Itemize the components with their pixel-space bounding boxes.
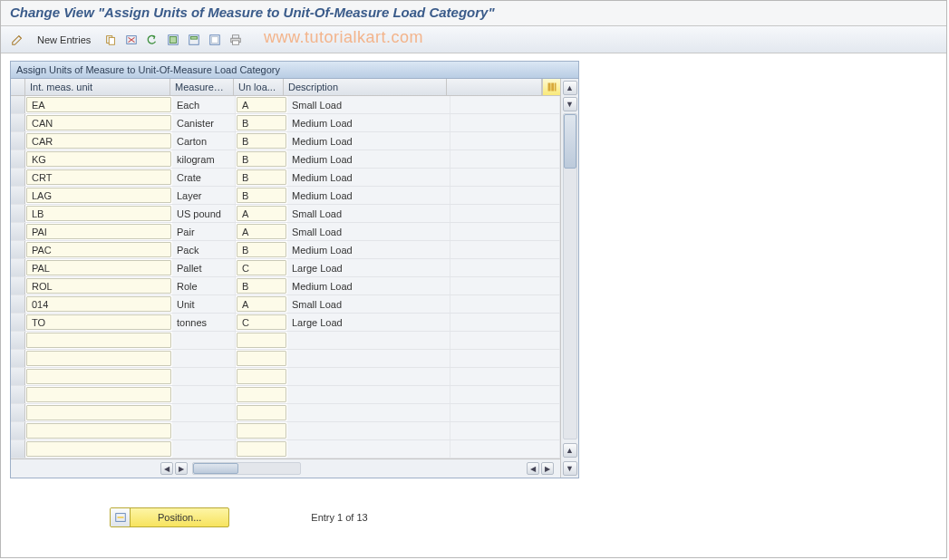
cell-fill: [450, 368, 560, 385]
row-selector[interactable]: [11, 368, 25, 385]
cell-unit[interactable]: [26, 369, 171, 384]
vscroll-down2-button[interactable]: ▼: [563, 461, 577, 476]
cell-unit[interactable]: KG: [26, 151, 171, 167]
row-selector-header[interactable]: [11, 79, 25, 95]
row-selector[interactable]: [11, 259, 25, 276]
column-header-unit[interactable]: Int. meas. unit: [25, 79, 170, 95]
vscroll-up-button[interactable]: ▲: [563, 81, 577, 95]
hscroll-left-button[interactable]: ◀: [160, 462, 173, 475]
cell-load[interactable]: [237, 351, 286, 366]
row-selector[interactable]: [11, 404, 25, 421]
cell-unit[interactable]: [26, 423, 171, 439]
row-selector[interactable]: [11, 332, 25, 349]
cell-unit[interactable]: [26, 405, 171, 420]
cell-unit[interactable]: PAI: [26, 224, 171, 239]
hscroll-left2-button[interactable]: ◀: [527, 462, 539, 475]
vscroll-thumb[interactable]: [564, 114, 576, 169]
row-selector[interactable]: [11, 422, 25, 439]
toggle-display-change-button[interactable]: [8, 31, 26, 49]
hscroll-right-button[interactable]: ▶: [175, 462, 188, 475]
cell-load[interactable]: C: [237, 314, 286, 330]
cell-load[interactable]: A: [237, 97, 286, 112]
cell-unit[interactable]: CRT: [26, 169, 171, 185]
cell-load[interactable]: [237, 441, 286, 457]
select-block-button[interactable]: [185, 31, 203, 49]
cell-load[interactable]: [237, 387, 286, 402]
cell-load[interactable]: [237, 369, 286, 384]
assignment-panel: Assign Units of Measure to Unit-Of-Measu…: [10, 61, 579, 478]
cell-measurement: Each: [172, 96, 236, 113]
cell-measurement: Carton: [172, 132, 236, 150]
cell-load[interactable]: A: [237, 206, 286, 221]
delete-button[interactable]: [122, 31, 140, 49]
column-header-unload[interactable]: Un loa...: [234, 79, 284, 95]
row-selector[interactable]: [11, 314, 25, 331]
cell-unit[interactable]: [26, 351, 171, 366]
cell-load[interactable]: B: [237, 278, 286, 294]
cell-unit[interactable]: [26, 333, 171, 348]
row-selector[interactable]: [11, 150, 25, 168]
cell-load[interactable]: [237, 423, 286, 439]
cell-fill: [450, 314, 560, 331]
cell-load[interactable]: [237, 405, 286, 420]
hscroll-thumb[interactable]: [193, 463, 238, 474]
copy-as-button[interactable]: [102, 31, 120, 49]
cell-load[interactable]: B: [237, 188, 286, 203]
cell-unit[interactable]: CAN: [26, 115, 171, 130]
cell-unit[interactable]: EA: [26, 97, 171, 112]
vscroll-column: ▲ ▼ ▲ ▼: [560, 79, 578, 478]
svg-rect-4: [170, 36, 177, 43]
row-selector[interactable]: [11, 205, 25, 222]
row-selector[interactable]: [11, 223, 25, 240]
svg-rect-1: [110, 37, 115, 44]
cell-description: Small Load: [287, 205, 450, 222]
cell-unit[interactable]: 014: [26, 296, 171, 312]
cell-load[interactable]: C: [237, 260, 286, 275]
row-selector[interactable]: [11, 169, 25, 186]
position-button[interactable]: Position...: [110, 507, 229, 527]
column-header-measurement[interactable]: Measurem...: [170, 79, 234, 95]
row-selector[interactable]: [11, 295, 25, 313]
hscroll-right2-button[interactable]: ▶: [541, 462, 554, 475]
hscroll-track[interactable]: [192, 462, 301, 475]
vscroll-down-button[interactable]: ▼: [563, 97, 577, 111]
table-row-empty: [11, 350, 560, 368]
cell-load[interactable]: B: [237, 242, 286, 257]
column-header-description[interactable]: Description: [284, 79, 447, 95]
vscroll-up2-button[interactable]: ▲: [563, 443, 577, 458]
row-selector[interactable]: [11, 132, 25, 150]
deselect-all-button[interactable]: [206, 31, 224, 49]
cell-unit[interactable]: [26, 441, 171, 457]
cell-load[interactable]: B: [237, 151, 286, 167]
cell-load[interactable]: B: [237, 169, 286, 185]
cell-unit[interactable]: LAG: [26, 188, 171, 203]
cell-unit[interactable]: [26, 387, 171, 402]
select-all-button[interactable]: [164, 31, 182, 49]
undo-change-button[interactable]: [143, 31, 161, 49]
cell-measurement: Crate: [172, 169, 236, 186]
row-selector[interactable]: [11, 350, 25, 367]
cell-unit[interactable]: LB: [26, 206, 171, 221]
cell-unit[interactable]: PAC: [26, 242, 171, 257]
row-selector[interactable]: [11, 96, 25, 113]
cell-unit[interactable]: CAR: [26, 133, 171, 149]
row-selector[interactable]: [11, 277, 25, 294]
vscroll-track[interactable]: [563, 113, 577, 439]
row-selector[interactable]: [11, 440, 25, 458]
cell-load[interactable]: [237, 333, 286, 348]
cell-load[interactable]: B: [237, 133, 286, 149]
cell-load[interactable]: A: [237, 296, 286, 312]
cell-load[interactable]: A: [237, 224, 286, 239]
configure-columns-button[interactable]: [542, 79, 560, 95]
cell-unit[interactable]: PAL: [26, 260, 171, 275]
row-selector[interactable]: [11, 241, 25, 258]
row-selector[interactable]: [11, 386, 25, 403]
row-selector[interactable]: [11, 114, 25, 131]
print-button[interactable]: [227, 31, 245, 49]
cell-load[interactable]: B: [237, 115, 286, 130]
cell-description: Medium Load: [287, 114, 450, 131]
new-entries-button[interactable]: New Entries: [29, 31, 99, 49]
cell-unit[interactable]: TO: [26, 314, 171, 330]
cell-unit[interactable]: ROL: [26, 278, 171, 294]
row-selector[interactable]: [11, 187, 25, 204]
